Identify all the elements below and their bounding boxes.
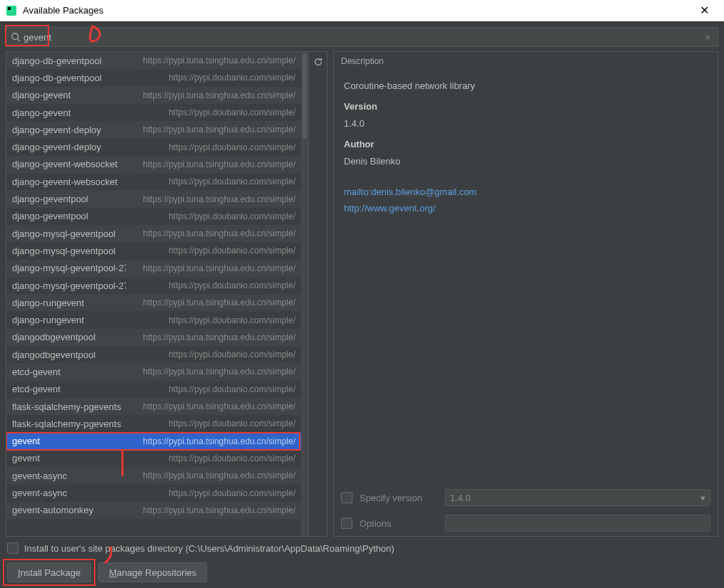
package-row[interactable]: django-mysql-geventpoolhttps://pypi.doub… [6, 242, 301, 259]
package-row[interactable]: geventhttps://pypi.doubanio.com/simple/ [6, 450, 301, 467]
package-row[interactable]: djangodbgeventpoolhttps://pypi.doubanio.… [6, 346, 301, 363]
package-name: django-rungevent [12, 315, 126, 325]
package-name: gevent-automonkey [12, 505, 126, 515]
scrollbar[interactable] [301, 52, 308, 536]
package-row[interactable]: django-gevent-deployhttps://pypi.doubani… [6, 138, 301, 155]
package-repo: https://pypi.tuna.tsinghua.edu.cn/simple… [126, 471, 295, 481]
package-repo: https://pypi.tuna.tsinghua.edu.cn/simple… [126, 298, 295, 308]
package-repo: https://pypi.doubanio.com/simple/ [126, 280, 295, 290]
package-repo: https://pypi.tuna.tsinghua.edu.cn/simple… [126, 367, 295, 377]
package-name: django-geventpool [12, 194, 126, 204]
manage-button-label: anage Repositories [117, 567, 196, 578]
package-name: flask-sqlalchemy-pgevents [12, 419, 126, 429]
mailto-link[interactable]: mailto:denis.bilenko@gmail.com [344, 184, 708, 200]
package-row[interactable]: gevent-automonkeyhttps://pypi.tuna.tsing… [6, 502, 301, 519]
package-name: django-gevent [12, 90, 126, 100]
package-row[interactable]: django-geventhttps://pypi.doubanio.com/s… [6, 104, 301, 121]
package-repo: https://pypi.doubanio.com/simple/ [126, 384, 295, 394]
svg-rect-1 [8, 7, 11, 10]
clear-search-icon[interactable]: × [702, 32, 713, 43]
install-user-site-label: Install to user's site packages director… [24, 543, 394, 554]
package-repo: https://pypi.doubanio.com/simple/ [126, 350, 295, 359]
package-name: django-rungevent [12, 298, 126, 308]
package-row[interactable]: geventhttps://pypi.tuna.tsinghua.edu.cn/… [6, 433, 301, 450]
package-repo: https://pypi.tuna.tsinghua.edu.cn/simple… [126, 505, 295, 515]
package-name: django-geventpool [12, 211, 126, 221]
search-input[interactable] [23, 32, 702, 43]
package-name: flask-sqlalchemy-pgevents [12, 401, 126, 412]
package-repo: https://pypi.tuna.tsinghua.edu.cn/simple… [126, 56, 295, 65]
manage-repos-button[interactable]: Manage Repositories [98, 562, 207, 582]
package-name: django-mysql-geventpool-27 [12, 280, 126, 291]
package-row[interactable]: gevent-asynchttps://pypi.doubanio.com/si… [6, 484, 301, 501]
package-row[interactable]: django-rungeventhttps://pypi.doubanio.co… [6, 311, 301, 328]
package-row[interactable]: django-geventpoolhttps://pypi.doubanio.c… [6, 208, 301, 225]
title-bar: Available Packages ✕ [0, 0, 724, 21]
package-name: gevent [12, 436, 126, 446]
package-row[interactable]: django-db-geventpoolhttps://pypi.tuna.ts… [6, 52, 301, 69]
package-name: django-db-geventpool [12, 56, 126, 66]
package-name: djangodbgeventpool [12, 350, 126, 360]
refresh-button[interactable] [310, 54, 326, 70]
install-user-site-checkbox[interactable] [7, 542, 19, 554]
package-row[interactable]: django-gevent-deployhttps://pypi.tuna.ts… [6, 121, 301, 138]
package-repo: https://pypi.tuna.tsinghua.edu.cn/simple… [126, 159, 295, 169]
package-repo: https://pypi.tuna.tsinghua.edu.cn/simple… [126, 194, 295, 204]
package-name: django-gevent-deploy [12, 142, 126, 152]
package-repo: https://pypi.doubanio.com/simple/ [126, 419, 295, 429]
package-name: etcd-gevent [12, 384, 126, 394]
author-label: Author [344, 136, 708, 152]
options-input[interactable] [445, 515, 710, 532]
package-row[interactable]: etcd-geventhttps://pypi.doubanio.com/sim… [6, 381, 301, 398]
description-header: Description [334, 52, 718, 70]
version-label: Version [344, 98, 708, 115]
window-title: Available Packages [23, 5, 690, 16]
package-row[interactable]: etcd-geventhttps://pypi.tuna.tsinghua.ed… [6, 363, 301, 380]
package-row[interactable]: django-gevent-websockethttps://pypi.tuna… [6, 156, 301, 173]
package-name: django-db-geventpool [12, 73, 126, 83]
package-list[interactable]: django-db-geventpoolhttps://pypi.tuna.ts… [6, 52, 301, 536]
package-name: djangodbgeventpool [12, 332, 126, 342]
specify-version-label: Specify version [360, 493, 438, 503]
package-row[interactable]: gevent-asynchttps://pypi.tuna.tsinghua.e… [6, 467, 301, 484]
package-name: django-mysql-geventpool [12, 246, 126, 256]
homepage-link[interactable]: http://www.gevent.org/ [344, 200, 708, 216]
package-name: django-gevent-websocket [12, 177, 126, 187]
app-icon [6, 5, 17, 16]
package-row[interactable]: djangodbgeventpoolhttps://pypi.tuna.tsin… [6, 329, 301, 346]
package-repo: https://pypi.doubanio.com/simple/ [126, 177, 295, 187]
specify-version-row: Specify version 1.4.0 ▾ [334, 485, 718, 510]
search-icon [11, 32, 21, 42]
package-repo: https://pypi.doubanio.com/simple/ [126, 142, 295, 152]
package-row[interactable]: django-gevent-websockethttps://pypi.doub… [6, 173, 301, 190]
package-row[interactable]: django-geventhttps://pypi.tuna.tsinghua.… [6, 87, 301, 104]
package-repo: https://pypi.doubanio.com/simple/ [126, 488, 295, 498]
options-checkbox[interactable] [341, 518, 352, 529]
specify-version-checkbox[interactable] [341, 492, 352, 503]
package-row[interactable]: django-mysql-geventpool-27https://pypi.t… [6, 260, 301, 277]
package-repo: https://pypi.doubanio.com/simple/ [126, 107, 295, 117]
close-button[interactable]: ✕ [690, 4, 718, 17]
package-name: gevent [12, 453, 126, 463]
package-row[interactable]: django-db-geventpoolhttps://pypi.doubani… [6, 69, 301, 86]
package-repo: https://pypi.tuna.tsinghua.edu.cn/simple… [126, 90, 295, 100]
package-row[interactable]: flask-sqlalchemy-pgeventshttps://pypi.tu… [6, 398, 301, 415]
svg-line-3 [18, 39, 21, 42]
package-repo: https://pypi.doubanio.com/simple/ [126, 453, 295, 463]
package-row[interactable]: django-rungeventhttps://pypi.tuna.tsingh… [6, 294, 301, 311]
package-repo: https://pypi.tuna.tsinghua.edu.cn/simple… [126, 332, 295, 342]
package-row[interactable]: django-geventpoolhttps://pypi.tuna.tsing… [6, 190, 301, 207]
search-field-wrap: × [6, 27, 718, 47]
author-value: Denis Bilenko [344, 153, 708, 169]
package-name: django-gevent-deploy [12, 125, 126, 135]
version-select-value: 1.4.0 [450, 493, 471, 503]
package-repo: https://pypi.doubanio.com/simple/ [126, 73, 295, 83]
svg-point-2 [12, 33, 19, 40]
install-package-button[interactable]: Install Package [7, 562, 91, 582]
package-name: django-mysql-geventpool-27 [12, 263, 126, 273]
package-repo: https://pypi.doubanio.com/simple/ [126, 246, 295, 256]
version-select[interactable]: 1.4.0 ▾ [445, 489, 710, 506]
package-row[interactable]: django-mysql-geventpoolhttps://pypi.tuna… [6, 225, 301, 242]
package-row[interactable]: django-mysql-geventpool-27https://pypi.d… [6, 277, 301, 294]
package-row[interactable]: flask-sqlalchemy-pgeventshttps://pypi.do… [6, 415, 301, 432]
